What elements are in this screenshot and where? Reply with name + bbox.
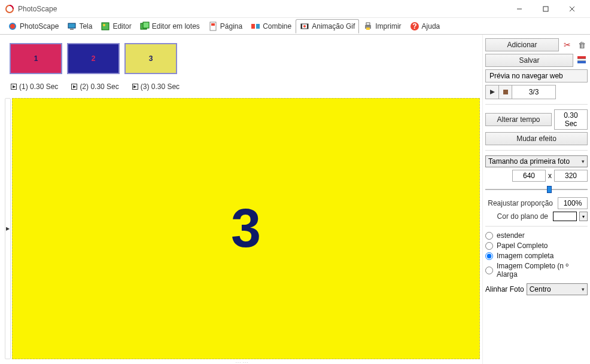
layout-icon[interactable]	[576, 54, 588, 66]
align-select[interactable]: Centro ▾	[527, 283, 588, 295]
frame-thumbnail-3[interactable]: 3	[124, 43, 177, 74]
tab-label: Editor	[112, 22, 131, 30]
stop-button[interactable]	[499, 85, 512, 99]
maximize-button[interactable]	[533, 1, 559, 17]
radio-full-image[interactable]: Imagem completa	[485, 252, 588, 260]
window-title: PhotoScape	[18, 5, 506, 13]
svg-rect-7	[68, 23, 75, 28]
change-time-button[interactable]: Alterar tempo	[485, 113, 552, 126]
editor-icon	[101, 22, 110, 31]
tab-combine[interactable]: Combine	[247, 19, 296, 33]
field-value: 320	[565, 172, 577, 180]
app-icon	[5, 4, 14, 14]
frame-counter: 3/3	[512, 85, 555, 99]
collapse-rail[interactable]: ▶	[5, 98, 11, 359]
tab-label: Animação Gif	[312, 22, 355, 30]
chevron-down-icon: ▾	[582, 158, 585, 164]
page-icon	[208, 22, 218, 31]
tab-print[interactable]: Imprimir	[359, 19, 405, 33]
tab-page[interactable]: Página	[204, 19, 247, 33]
frame-duration: (2) 0.30 Sec	[80, 82, 118, 91]
tab-tela[interactable]: Tela	[63, 19, 96, 33]
frame-thumbnail-2[interactable]: 2	[67, 43, 120, 74]
radio-input[interactable]	[485, 232, 493, 240]
combine-icon	[251, 22, 260, 31]
tab-label: Página	[220, 22, 242, 30]
slider-track	[485, 189, 588, 190]
svg-marker-26	[490, 90, 495, 94]
gif-icon	[300, 22, 309, 31]
trash-icon[interactable]	[576, 39, 588, 51]
radio-input[interactable]	[485, 267, 493, 274]
tab-strip: PhotoScape Tela Editor Editor em lotes P…	[0, 18, 590, 35]
svg-rect-18	[301, 24, 302, 29]
radio-full-paper[interactable]: Papel Completo	[485, 241, 588, 250]
tab-help[interactable]: ? Ajuda	[406, 19, 445, 33]
svg-point-20	[303, 25, 306, 27]
frame-duration: (1) 0.30 Sec	[19, 82, 58, 91]
field-value: 100%	[564, 199, 582, 207]
preview-container: ▶ 3	[5, 98, 480, 359]
bg-color-dropdown[interactable]: ▾	[579, 212, 588, 221]
readjust-value-field[interactable]: 100%	[558, 197, 588, 209]
help-icon: ?	[410, 22, 419, 31]
preview-web-button[interactable]: Prévia no navegar web	[485, 69, 588, 82]
size-mode-select[interactable]: Tamanho da primeira foto ▾	[485, 155, 588, 167]
svg-rect-16	[256, 24, 260, 29]
size-slider[interactable]	[485, 184, 588, 195]
screen-icon	[67, 22, 77, 31]
frame-info-row: ▶ (1) 0.30 Sec ▶ (2) 0.30 Sec ▶ (3) 0.30…	[5, 77, 480, 98]
add-button[interactable]: Adicionar	[485, 38, 559, 51]
minimize-button[interactable]	[506, 1, 533, 17]
svg-rect-14	[211, 23, 215, 26]
svg-rect-19	[307, 24, 308, 29]
svg-rect-27	[503, 90, 508, 94]
play-button[interactable]	[486, 85, 499, 99]
thumb-label: 1	[34, 54, 38, 63]
frame-duration: (3) 0.30 Sec	[141, 82, 180, 91]
chevron-right-icon: ▶	[6, 226, 10, 231]
left-pane: 1 2 3 ▶ (1) 0.30 Sec ▶ (2) 0.30 Sec ▶ (3…	[0, 35, 482, 364]
bg-color-swatch[interactable]	[553, 212, 577, 221]
select-value: Centro	[530, 285, 551, 293]
tab-photoscape[interactable]: PhotoScape	[4, 19, 63, 33]
play-icon: ▶	[11, 84, 17, 90]
width-field[interactable]: 640	[512, 170, 546, 182]
frame-thumbnail-1[interactable]: 1	[10, 43, 62, 74]
scissors-icon[interactable]	[561, 39, 573, 51]
radio-extend[interactable]: estender	[485, 231, 588, 240]
bg-color-label: Cor do plano de	[485, 212, 551, 221]
radio-label: Imagem completa	[497, 252, 553, 260]
thumbnail-row: 1 2 3	[5, 41, 480, 77]
height-field[interactable]: 320	[554, 170, 588, 182]
tab-editor[interactable]: Editor	[96, 19, 135, 33]
play-icon: ▶	[71, 84, 77, 90]
radio-input[interactable]	[485, 252, 493, 260]
print-icon	[363, 22, 373, 31]
radio-label: Imagem Completo (n º Alarga	[497, 262, 588, 279]
preview-canvas[interactable]: 3	[12, 98, 480, 359]
radio-input[interactable]	[485, 242, 493, 250]
chevron-down-icon: ▾	[582, 286, 585, 292]
field-value: 640	[523, 172, 535, 180]
tab-batch-editor[interactable]: Editor em lotes	[136, 19, 204, 33]
select-value: Tamanho da primeira foto	[488, 157, 570, 166]
svg-rect-2	[543, 7, 548, 11]
slider-thumb[interactable]	[547, 186, 552, 193]
radio-full-image-no-enlarge[interactable]: Imagem Completo (n º Alarga	[485, 262, 588, 279]
button-label: Salvar	[519, 56, 539, 65]
tab-label: PhotoScape	[20, 22, 59, 30]
separator	[485, 150, 588, 151]
close-button[interactable]	[559, 1, 585, 17]
svg-text:?: ?	[412, 22, 416, 30]
tab-animated-gif[interactable]: Animação Gif	[296, 19, 359, 33]
svg-rect-22	[366, 23, 370, 25]
play-icon: ▶	[132, 84, 138, 90]
save-button[interactable]: Salvar	[485, 54, 573, 67]
resize-grip[interactable]: ⋯⋯	[5, 359, 480, 364]
svg-rect-15	[251, 24, 255, 29]
change-effect-button[interactable]: Mudar efeito	[485, 132, 588, 145]
tab-label: Tela	[79, 22, 92, 30]
time-value-field[interactable]: 0.30 Sec	[554, 109, 588, 130]
tab-label: Combine	[263, 22, 291, 30]
